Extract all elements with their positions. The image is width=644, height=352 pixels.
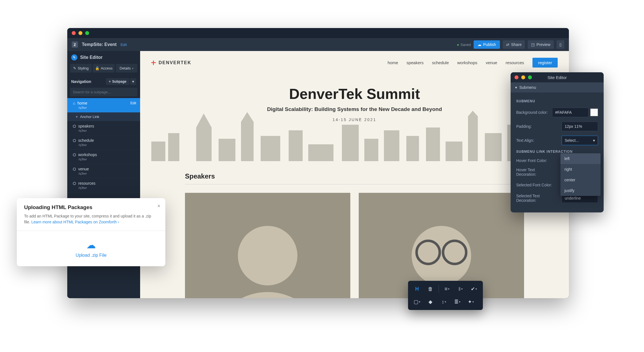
maximize-icon[interactable] (85, 31, 89, 35)
svg-rect-0 (151, 142, 165, 161)
subpage-dropdown-button[interactable]: ▾ (130, 78, 136, 85)
chevron-down-icon: ▾ (593, 138, 595, 143)
add-anchor-link-button[interactable]: +Anchor Link (67, 112, 140, 121)
svg-marker-6 (241, 112, 254, 122)
tab-styling[interactable]: ✎Styling (70, 64, 92, 73)
padding-input[interactable]: 12px 11% (562, 122, 598, 131)
inspector-tab-label: Submenu (519, 85, 536, 90)
magic-button[interactable]: ✦▾ (465, 297, 477, 307)
nav-item-path: /q3twr (78, 186, 136, 189)
dropdown-option-left[interactable]: left (560, 153, 601, 164)
tab-details[interactable]: Details› (116, 64, 137, 73)
align-button[interactable]: ≡▾ (441, 284, 453, 294)
dropdown-option-center[interactable]: center (560, 175, 601, 185)
preview-label: Preview (536, 42, 550, 47)
close-modal-button[interactable]: × (157, 203, 160, 209)
nav-item-resources[interactable]: resources /q3twr (67, 178, 140, 193)
padding-row: Padding: 12px 11% (516, 122, 598, 131)
plus-icon: + (109, 80, 111, 84)
nav-item-edit-link[interactable]: Edit (130, 101, 136, 105)
search-subpage-input[interactable]: Search for a subpage... (70, 88, 137, 96)
inspector-title: Site Editor (511, 75, 604, 80)
svg-rect-15 (446, 142, 462, 161)
hero-section: DenverTek Summit Digital Scalability: Bu… (140, 74, 569, 161)
padding-label: Padding: (516, 124, 532, 129)
background-color-row: Background color: #FAFAFA (516, 108, 598, 117)
anchor-link-label: Anchor Link (80, 115, 99, 119)
upload-html-modal: × Uploading HTML Packages To add an HTML… (17, 198, 165, 266)
nav-item-speakers[interactable]: speakers /q3twr (67, 121, 140, 135)
learn-more-link[interactable]: Learn more about HTML Packages on Zoomfo… (31, 220, 119, 224)
line-height-button[interactable]: ↕▾ (438, 297, 450, 307)
nav-link-home[interactable]: home (388, 60, 398, 65)
svg-rect-11 (364, 139, 378, 161)
tab-access[interactable]: 🔒Access (93, 64, 114, 73)
save-status: Saved (457, 43, 471, 47)
site-canvas: DENVERTEK home speakers schedule worksho… (140, 51, 569, 298)
nav-link-workshops[interactable]: workshops (457, 60, 478, 65)
svg-rect-12 (384, 130, 399, 161)
chevron-down-icon: ▾ (132, 80, 134, 84)
cloud-upload-icon: ☁ (25, 239, 157, 251)
nav-item-schedule[interactable]: schedule /q3twr (67, 135, 140, 150)
nav-link-resources[interactable]: resources (506, 60, 524, 65)
hover-decoration-label: Hover Text Decoration: (516, 168, 553, 177)
toolbar-row-2: ▢▾ ◆ ↕▾ ≣▾ ✦▾ (411, 297, 480, 307)
app-logo-icon: Z (72, 41, 78, 48)
minimize-icon[interactable] (78, 31, 82, 35)
nav-link-schedule[interactable]: schedule (432, 60, 449, 65)
add-subpage-button[interactable]: +Subpage (106, 78, 129, 85)
chevron-right-icon: › (132, 66, 133, 70)
nav-item-path: /q3twr (78, 129, 136, 132)
justify-button[interactable]: ≣▾ (451, 297, 464, 307)
upload-dropzone[interactable]: ☁ Upload .zip File (17, 231, 165, 266)
color-brush-button[interactable]: ✔▾ (468, 284, 480, 294)
justify-icon: ≣ (454, 299, 458, 305)
border-button[interactable]: ▢▾ (411, 297, 423, 307)
traffic-lights (72, 31, 89, 35)
nav-link-speakers[interactable]: speakers (407, 60, 424, 65)
register-button[interactable]: register (532, 58, 558, 68)
edit-title-link[interactable]: Edit (121, 43, 127, 47)
share-button[interactable]: ⇄ Share (503, 40, 525, 49)
bg-color-input[interactable]: #FAFAFA (552, 108, 589, 117)
trash-icon: 🗑 (428, 286, 433, 292)
inspector-tab-submenu[interactable]: ▾ Submenu (511, 82, 604, 92)
fill-button[interactable]: ◆ (424, 297, 437, 307)
site-brand[interactable]: DENVERTEK (151, 60, 191, 65)
app-topbar: Z TempSite: Event Edit Saved ☁ Publish ⇄… (67, 38, 569, 51)
device-preview-button[interactable]: ▯ (557, 40, 564, 49)
close-icon[interactable] (72, 31, 76, 35)
nav-item-workshops[interactable]: workshops /q3twr (67, 150, 140, 164)
text-align-label: Text Align: (516, 138, 534, 143)
navigation-title: Navigation (71, 79, 91, 84)
publish-button[interactable]: ☁ Publish (474, 40, 500, 49)
brush-icon: ✔ (471, 286, 475, 292)
navigation-header: Navigation +Subpage ▾ (67, 75, 140, 88)
nav-item-home[interactable]: ⌂home Edit /q3twr (67, 98, 140, 112)
bullet-icon (73, 168, 76, 171)
speaker-card[interactable] (185, 193, 350, 298)
nav-item-venue[interactable]: venue /q3twr (67, 164, 140, 178)
dropdown-option-right[interactable]: right (560, 164, 601, 175)
topbar-right: Saved ☁ Publish ⇄ Share ◳ Preview ▯ (457, 40, 564, 49)
section-submenu-title: SUBMENU (516, 99, 598, 103)
dropdown-option-justify[interactable]: justify (560, 185, 601, 196)
text-align-row: Text Align: Select... ▾ (516, 136, 598, 145)
columns-button[interactable]: ⦀▾ (454, 284, 467, 294)
nav-item-label: schedule (78, 138, 94, 143)
svg-rect-1 (168, 133, 179, 161)
heading-button[interactable]: H (411, 284, 423, 294)
hover-font-label: Hover Font Color: (516, 158, 547, 163)
drop-icon: ◆ (428, 299, 432, 305)
delete-button[interactable]: 🗑 (424, 284, 437, 294)
nav-link-venue[interactable]: venue (486, 60, 497, 65)
chevron-down-icon: ▾ (445, 300, 446, 303)
color-swatch[interactable] (590, 108, 598, 116)
nav-item-label: home (77, 101, 87, 105)
tab-details-label: Details (120, 66, 131, 70)
sidebar-tabs: ✎Styling 🔒Access Details› (67, 64, 140, 73)
preview-button[interactable]: ◳ Preview (528, 40, 554, 49)
text-align-select[interactable]: Select... ▾ (562, 136, 598, 145)
subpage-button-group: +Subpage ▾ (106, 78, 136, 85)
